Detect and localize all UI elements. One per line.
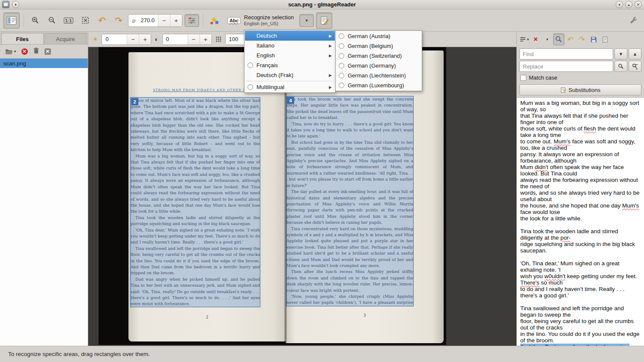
contrast-increase-button[interactable]: + [200,34,212,45]
misspelled-word: flesh [584,125,596,132]
output-pane-icon [319,16,329,25]
close-button[interactable]: ✕ [635,1,642,8]
strip-line-breaks-button[interactable]: × [530,33,541,45]
selection-box-4[interactable]: 4 [286,96,414,306]
submenu-item-german-germany[interactable]: German (Germany) [336,61,421,71]
zoom-out-button[interactable] [45,14,59,27]
window-title: scan.png - gImageReader [0,1,644,8]
radio-icon [247,84,253,90]
misspelled-word: didn't [535,164,549,170]
clear-files-button[interactable]: ✕ [45,48,51,55]
substitutions-button[interactable]: Substitutions [519,84,641,95]
match-case-checkbox[interactable] [520,75,526,81]
selection-badge: 4 [287,97,294,104]
brightness-decrease-button[interactable]: − [127,34,139,45]
menu-item-deutsch[interactable]: Deutsch▶ [245,31,335,41]
brightness-spinbox[interactable]: 0 − + [101,34,151,45]
output-toolbar: ▾ × ▾ ↶ ↷ [517,32,644,47]
brightness-value: 0 [102,36,127,42]
submenu-item-label: German (Liechtenstein) [348,72,406,79]
selection-badge: 2 [131,98,138,105]
submenu-item-german-luxembourg[interactable]: German (Luxembourg) [336,80,421,90]
menu-item-deutsch-frak[interactable]: Deutsch (Frak)▶ [245,70,335,80]
file-row-scan-png[interactable]: scan.png [0,59,88,68]
sources-panel: Files Acquire ▾ ✕ ✕ scan.png [0,32,88,346]
autodetect-layout-button[interactable] [207,14,222,27]
replace-input[interactable] [519,61,613,72]
replace-icon [618,63,624,69]
menu-item-italiano[interactable]: Italiano▶ [245,41,335,50]
files-toolbar: ▾ ✕ ✕ [0,45,88,59]
open-file-button[interactable]: ▾ [5,48,16,55]
rotation-increase-button[interactable]: + [170,15,182,27]
rotate-left-button[interactable]: ↶ [95,14,109,27]
chevron-down-icon: ▾ [546,37,549,42]
show-output-pane-button[interactable] [316,12,332,29]
find-next-button[interactable]: ▼ [614,48,627,59]
submenu-item-label: German (Germany) [348,62,396,69]
replace-all-button[interactable] [629,61,641,72]
language-submenu: German (Austria)German (Belgium)German (… [335,30,422,91]
submenu-arrow-icon: ▶ [329,85,332,89]
find-input[interactable] [519,48,613,59]
radio-icon [339,83,344,88]
maximize-button[interactable]: ▴ [625,1,632,8]
find-replace-toggle[interactable] [553,33,564,45]
chevron-down-icon: ▼ [305,18,309,23]
menu-item-label: Multilingual [256,84,284,90]
toolbar-separator [24,14,24,27]
image-controls-icon [188,17,196,24]
submenu-item-label: German (Switzerland) [348,53,402,59]
recognize-language-dropdown[interactable]: ▼ [299,14,314,27]
replace-button[interactable] [614,61,627,72]
menu-item-english[interactable]: English▶ [245,50,335,60]
clear-output-button[interactable] [599,33,611,45]
window-menu-button[interactable]: ▾ [12,1,19,8]
brightness-increase-button[interactable]: + [139,34,151,45]
file-list: scan.png [0,59,88,346]
recognize-button[interactable]: Abc Recognize selection English (en_US) [224,12,297,30]
zoom-in-button[interactable] [28,14,42,27]
contrast-decrease-button[interactable]: − [188,34,200,45]
zoom-original-button[interactable]: 1:1 [61,14,76,27]
insert-mode-icon [519,36,526,43]
submenu-item-german-austria[interactable]: German (Austria) [336,31,421,41]
settings-button[interactable] [626,14,641,27]
find-prev-button[interactable]: ▲ [629,48,641,59]
image-controls-toggle[interactable] [185,14,199,27]
submenu-item-german-belgium[interactable]: German (Belgium) [336,41,421,51]
output-textarea[interactable]: Mum was a big woman, but big in a soggy … [517,97,644,346]
menu-item-label: Deutsch [256,33,277,39]
submenu-item-german-switzerland[interactable]: German (Switzerland) [336,51,421,61]
rotation-decrease-button[interactable]: − [158,15,170,27]
contrast-spinbox[interactable]: 0 − + [162,34,212,45]
undo-button[interactable]: ↶ [565,33,576,45]
strip-options-dropdown[interactable]: ▾ [542,33,553,45]
submenu-arrow-icon: ▶ [329,44,332,48]
submenu-item-german-liechtenstein[interactable]: German (Liechtenstein) [336,71,421,80]
show-sources-pane-button[interactable] [3,12,20,29]
redo-button[interactable]: ↷ [576,33,587,45]
remove-file-button[interactable]: ✕ [21,48,28,55]
find-replace-icon [555,36,563,43]
zoom-out-icon [48,16,56,24]
insert-mode-button[interactable]: ▾ [519,33,530,45]
clear-output-icon [602,36,608,43]
submenu-arrow-icon: ▶ [329,34,332,38]
rotation-spinbox[interactable]: ⌀ 270.0 − + [128,14,182,27]
minimize-button[interactable]: ▾ [616,1,623,8]
recognize-language: English (en_US) [244,21,294,27]
delete-file-button[interactable] [33,47,39,56]
toolbar-separator [203,14,203,27]
save-output-button[interactable] [588,33,599,45]
tab-acquire[interactable]: Acquire [45,33,87,44]
misspelled-word: w0uldn't [544,273,565,279]
menu-item-fran-ais[interactable]: Français [245,60,335,70]
rotate-right-button[interactable]: ↷ [111,14,126,27]
zoom-fit-button[interactable] [78,14,92,27]
tab-files[interactable]: Files [1,33,44,44]
menu-item-multilingual[interactable]: Multilingual▶ [245,82,335,92]
selection-box-2[interactable]: 2 [130,97,260,307]
menu-item-label: English [256,52,275,59]
resolution-icon [215,36,222,42]
